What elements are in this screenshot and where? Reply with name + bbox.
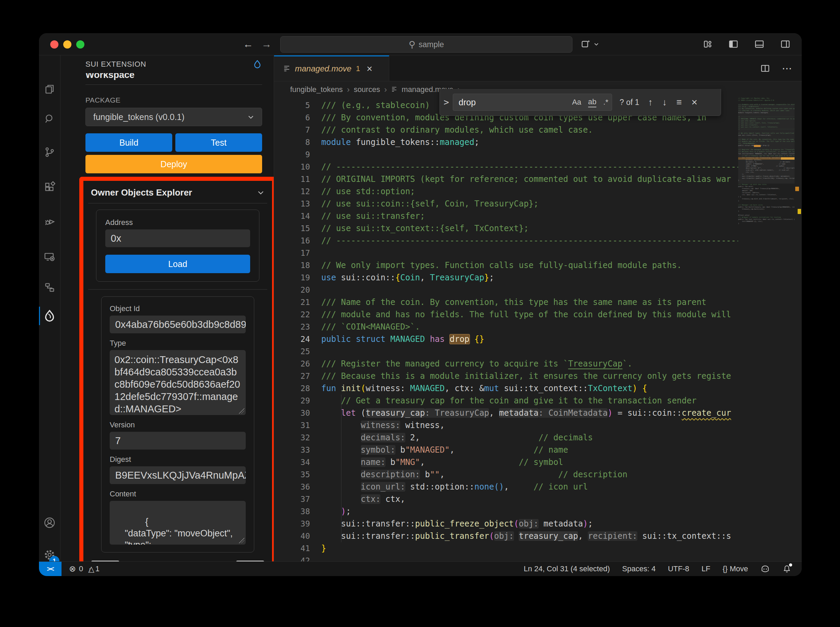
notifications-bell-icon[interactable] [782,564,791,573]
code-line[interactable]: 22/// module and has no fields. The full… [274,308,738,321]
tab-managed-move[interactable]: managed.move 1 × [274,55,389,81]
code-line[interactable]: 21/// Name of the coin. By convention, t… [274,296,738,308]
digest-input[interactable]: B9EEVxsLKQJjJVa4RnuMpAZyEX [110,466,246,484]
editor-group: managed.move 1 × ⋯ fungible_tokens›sourc… [274,55,802,561]
back-arrow-icon[interactable]: ← [243,39,253,49]
eol[interactable]: LF [702,564,711,573]
previous-match-icon[interactable]: ↑ [648,97,653,108]
close-window-button[interactable] [50,40,58,49]
cursor-position[interactable]: Ln 24, Col 31 (4 selected) [524,564,610,573]
code-line[interactable]: 18// We only import types. Function call… [274,259,738,271]
next-match-icon[interactable]: ↓ [662,97,667,108]
forward-arrow-icon[interactable]: → [261,39,272,49]
toggle-panel-icon[interactable] [754,39,765,49]
code-line[interactable]: 10// -----------------------------------… [274,161,738,173]
find-in-selection-icon[interactable]: ≡ [676,97,682,108]
remote-explorer-icon[interactable] [39,245,60,269]
content-textarea[interactable]: { "dataType": "moveObject", "type": "0x2… [110,501,246,545]
owner-objects-explorer-header[interactable]: Owner Objects Explorer [88,185,267,200]
extensions-icon[interactable] [39,175,60,199]
code-line[interactable]: 40 sui::transfer::public_transfer(obj: t… [274,530,738,542]
code-line[interactable]: 17 [274,247,738,259]
code-line[interactable]: 30 let (treasury_cap: TreasuryCap, metad… [274,407,738,419]
code-line[interactable]: 8module fungible_tokens::managed; [274,136,738,148]
toggle-replace-icon[interactable]: > [440,97,453,107]
whole-word-icon[interactable]: ab [588,98,596,107]
search-icon[interactable] [39,107,60,131]
sui-extension-icon[interactable] [39,304,60,328]
more-actions-icon[interactable]: ⋯ [782,62,793,74]
run-and-debug-icon[interactable] [39,209,60,233]
code-line[interactable]: 33 symbol: b"MANAGED", // name [274,444,738,456]
split-editor-icon[interactable] [760,63,770,74]
minimap-slider[interactable] [738,104,794,184]
code-line[interactable]: 14// use sui::transfer; [274,210,738,222]
maximize-window-button[interactable] [76,40,84,49]
remote-indicator[interactable]: >< [39,562,61,576]
find-input[interactable]: drop Aa ab .* [453,94,612,111]
toggle-secondary-sidebar-icon[interactable] [780,39,791,49]
code-line[interactable]: 7/// contrast to ordinary modules, which… [274,124,738,136]
encoding[interactable]: UTF-8 [668,564,689,573]
code-line[interactable]: 42 [274,555,738,561]
language-mode[interactable]: {} Move [722,564,748,573]
references-icon[interactable] [39,275,60,299]
code-line[interactable]: 12// use std::option; [274,185,738,198]
breadcrumb-item[interactable]: sources [354,85,380,94]
code-line[interactable]: 35 description: b"", // description [274,468,738,480]
chevron-down-icon[interactable] [594,41,599,47]
code-line[interactable]: 36 icon_url: std::option::none(), // ico… [274,480,738,493]
close-tab-icon[interactable]: × [367,63,373,74]
type-textarea[interactable]: 0x2::coin::TreasuryCap<0x8bf464d9ca80533… [110,350,246,415]
problems-status[interactable]: ⊗ 0 △! 1 [69,564,99,573]
deploy-button[interactable]: Deploy [85,155,262,173]
code-line[interactable]: 23/// `COIN<MANAGED>`. [274,321,738,333]
copilot-icon[interactable] [580,39,591,49]
build-button[interactable]: Build [85,133,172,152]
code-line[interactable]: 38 ); [274,505,738,518]
code-line[interactable]: 31 witness: witness, [274,419,738,432]
code-line[interactable]: 34 name: b"MNG", // symbol [274,456,738,468]
regex-icon[interactable]: .* [603,98,608,107]
load-button[interactable]: Load [105,255,250,273]
code-viewport[interactable]: 5/// (e.g., stablecoin)6/// By conventio… [274,98,802,561]
code-line[interactable]: 25 [274,345,738,358]
version-input[interactable]: 7 [110,432,246,450]
code-line[interactable]: 29 // Get a treasury cap for the coin an… [274,394,738,407]
object-id-input[interactable]: 0x4aba76b65e60b3db9c8d898 [110,315,246,333]
match-case-icon[interactable]: Aa [572,98,581,107]
code-line[interactable]: 32 decimals: 2, // decimals [274,432,738,444]
copilot-status-icon[interactable] [760,564,770,573]
code-line[interactable]: 19use sui::coin::{Coin, TreasuryCap}; [274,271,738,284]
explorer-icon[interactable] [39,77,60,101]
accounts-icon[interactable] [39,511,60,535]
code-line[interactable]: 37 ctx: ctx, [274,493,738,505]
code-line[interactable]: 28fun init(witness: MANAGED, ctx: &mut s… [274,382,738,394]
code-line[interactable]: 16// -----------------------------------… [274,235,738,247]
indentation[interactable]: Spaces: 4 [622,564,656,573]
code-line[interactable]: 13// use sui::coin::{self, Coin, Treasur… [274,198,738,210]
line-number: 40 [274,530,310,542]
code-line[interactable]: 27/// Because this is a module initializ… [274,370,738,382]
code-line[interactable]: 26/// Register the managed currency to a… [274,358,738,370]
resize-handle[interactable] [239,408,244,414]
package-select[interactable]: fungible_tokens (v0.0.1) [85,108,262,126]
command-center-search[interactable]: ⚲ sample [280,36,573,53]
source-control-icon[interactable] [39,140,60,164]
code-line[interactable]: 15// use sui::tx_context::{self, TxConte… [274,222,738,235]
address-input[interactable]: 0x [105,229,250,247]
breadcrumb-item[interactable]: fungible_tokens [290,85,343,94]
minimize-window-button[interactable] [63,40,71,49]
resize-handle[interactable] [239,538,244,543]
code-line[interactable]: 39 sui::transfer::public_freeze_object(o… [274,518,738,530]
code-line[interactable]: 20 [274,284,738,296]
code-line[interactable]: 41} [274,542,738,555]
test-button[interactable]: Test [175,133,262,152]
toggle-primary-sidebar-icon[interactable] [728,39,739,49]
customize-layout-icon[interactable] [703,39,713,49]
close-find-icon[interactable]: × [691,96,697,108]
code-line[interactable]: 9 [274,148,738,161]
code-line[interactable]: 24public struct MANAGED has drop {} [274,333,738,345]
code-line[interactable]: 11// ORIGINAL IMPORTS (kept for referenc… [274,173,738,185]
line-number: 33 [274,444,310,456]
